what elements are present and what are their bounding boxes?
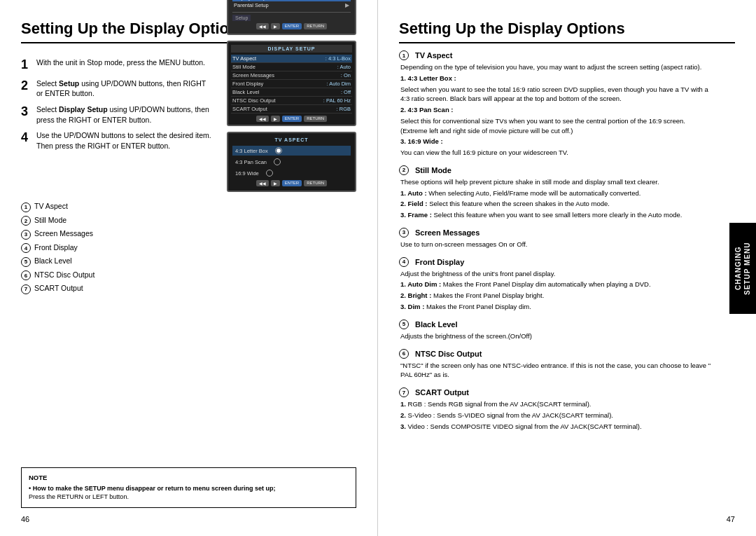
step-2-text: Select Setup using UP/DOWN buttons, then…	[36, 78, 213, 99]
screen2-controls: ◀◀ ▶ ENTER RETURN	[231, 116, 352, 122]
section-4-circle: 4	[399, 257, 409, 267]
item-6-label: NTSC Disc Output	[34, 270, 94, 279]
section-4-p3: 2. Bright : Makes the Front Panel Displa…	[400, 291, 714, 301]
screen1-controls: ◀◀ ▶ ENTER RETURN	[232, 23, 351, 29]
screen3-item-3-radio	[266, 170, 273, 177]
step-3-text: Select Display Setup using UP/DOWN butto…	[36, 104, 213, 125]
item-2-circle: 2	[21, 216, 31, 226]
step-1: 1 With the unit in Stop mode, press the …	[21, 57, 213, 73]
screen1-item-3-label: Display Setup	[234, 0, 266, 1]
screen2-row-2-val: : Auto	[337, 64, 351, 70]
right-title: Setting Up the Display Options	[399, 20, 735, 43]
section-4-label: Front Display	[415, 258, 464, 266]
section-1-p5: Select this for conventional size TVs wh…	[400, 116, 714, 136]
section-5-circle: 5	[399, 319, 409, 329]
step-3: 3 Select Display Setup using UP/DOWN but…	[21, 104, 213, 125]
item-4-label: Front Display	[34, 243, 78, 252]
section-still-mode: 2 Still Mode These options will help pre…	[399, 165, 714, 220]
screen2-title: DISPLAY SETUP	[231, 45, 352, 53]
item-5-label: Black Level	[34, 256, 72, 265]
item-5-circle: 5	[21, 257, 31, 267]
section-7-p3: 3. Video : Sends COMPOSITE VIDEO signal …	[400, 422, 714, 432]
screen-3: TV ASPECT 4:3 Letter Box 4:3 Pan Scan 16…	[227, 132, 356, 192]
section-1-p6: 3. 16:9 Wide :	[400, 137, 714, 146]
section-black-level: 5 Black Level Adjusts the brightness of …	[399, 319, 714, 341]
ctrl2-return: RETURN	[304, 116, 327, 122]
section-7-circle: 7	[399, 387, 409, 397]
item-5: 5 Black Level	[21, 256, 356, 267]
ctrl2-prev: ◀◀	[256, 116, 269, 122]
screen3-item-2: 4:3 Pan Scan	[232, 157, 351, 167]
section-6-circle: 6	[399, 349, 409, 359]
section-4-p4: 3. Dim : Makes the Front Panel Display d…	[400, 302, 714, 312]
item-1-label: TV Aspect	[34, 202, 68, 210]
screen2-row-7: SCART Output : RGB	[231, 105, 352, 114]
screen1-item-4: Parental Setup▶	[232, 1, 351, 9]
screen2-row-2-label: Still Mode	[232, 64, 255, 70]
page-num-right: 47	[727, 515, 735, 523]
screen2-row-4-label: Front Display	[232, 81, 263, 87]
section-ntsc: 6 NTSC Disc Output "NTSC" if the screen …	[399, 349, 714, 380]
section-3-p1: Use to turn on-screen messages On or Off…	[400, 240, 714, 249]
screen2-row-7-label: SCART Output	[232, 106, 267, 112]
screen1-setup-label-row: Setup	[232, 12, 351, 21]
page-left: Setting Up the Display Options 1 With th…	[0, 0, 378, 536]
screen2-row-6-val: : PAL 60 Hz	[323, 97, 351, 104]
screen3-item-2-label: 4:3 Pan Scan	[235, 159, 267, 165]
page-right: Setting Up the Display Options 1 TV Aspe…	[378, 0, 756, 536]
screen1-item-4-arrow: ▶	[345, 2, 349, 8]
section-3-circle: 3	[399, 228, 409, 238]
section-6-label: NTSC Disc Output	[415, 350, 482, 358]
section-1-p4: 2. 4:3 Pan Scan :	[400, 105, 714, 115]
ctrl2-play: ▶	[271, 116, 280, 122]
ctrl-enter: ENTER	[282, 23, 302, 29]
section-front-display: 4 Front Display Adjust the brightness of…	[399, 257, 714, 312]
item-3-circle: 3	[21, 230, 31, 240]
screenshots-container: DVD Language Setup▶ Audio Setup▶ Display…	[227, 0, 356, 192]
screen2-row-6-label: NTSC Disc Output	[232, 97, 276, 104]
screen2-row-3-label: Screen Messages	[232, 72, 274, 78]
screen-1: DVD Language Setup▶ Audio Setup▶ Display…	[227, 0, 356, 35]
screen2-row-5-label: Black Level	[232, 89, 259, 95]
item-1: 1 TV Aspect	[21, 202, 356, 212]
screen2-row-3: Screen Messages : On	[231, 71, 352, 80]
section-5-label: Black Level	[415, 320, 458, 329]
item-3-label: Screen Messages	[34, 229, 93, 238]
steps-container: 1 With the unit in Stop mode, press the …	[21, 57, 213, 192]
screen2-row-3-val: : On	[341, 72, 351, 78]
section-2-p3: 2. Field : Select this feature when the …	[400, 199, 714, 209]
screen3-item-3: 16:9 Wide	[232, 168, 351, 178]
item-6-circle: 6	[21, 270, 31, 280]
note-subtext: Press the RETURN or LEFT button.	[29, 493, 129, 500]
item-7-circle: 7	[21, 284, 31, 294]
screen3-item-1: 4:3 Letter Box	[232, 146, 351, 156]
section-3-label: Screen Messages	[415, 228, 479, 237]
note-text: • How to make the SETUP menu disappear o…	[29, 484, 349, 502]
section-3-body: Use to turn on-screen messages On or Off…	[400, 240, 714, 249]
section-4-p2: 1. Auto Dim : Makes the Front Panel Disp…	[400, 280, 714, 289]
ctrl3-enter: ENTER	[282, 180, 302, 186]
section-4-body: Adjust the brightness of the unit's fron…	[400, 269, 714, 312]
sidebar-label-text: CHANGINGSETUP MENU	[734, 242, 752, 294]
section-1-label: TV Aspect	[415, 51, 452, 60]
section-2-p4: 3. Frame : Select this feature when you …	[400, 210, 714, 220]
step-1-num: 1	[21, 57, 32, 73]
ctrl3-prev: ◀◀	[256, 180, 269, 186]
note-box: NOTE • How to make the SETUP menu disapp…	[21, 467, 356, 508]
screen1-setup-label: Setup	[232, 15, 251, 21]
section-tv-aspect: 1 TV Aspect Depending on the type of tel…	[399, 50, 714, 158]
item-1-circle: 1	[21, 202, 31, 212]
section-1-circle: 1	[399, 50, 409, 60]
section-1-p2: 1. 4:3 Letter Box :	[400, 74, 714, 83]
item-6: 6 NTSC Disc Output	[21, 270, 356, 281]
sidebar-label: CHANGINGSETUP MENU	[729, 223, 756, 314]
item-4: 4 Front Display	[21, 243, 356, 254]
screen1-item-3-arrow: ▶	[345, 0, 349, 1]
section-2-title: 2 Still Mode	[399, 165, 714, 175]
section-4-title: 4 Front Display	[399, 257, 714, 267]
section-4-p1: Adjust the brightness of the unit's fron…	[400, 269, 714, 279]
section-5-body: Adjusts the brightness of the screen.(On…	[400, 331, 714, 341]
section-2-p2: 1. Auto : When selecting Auto, Field/Fra…	[400, 188, 714, 198]
screen2-row-6: NTSC Disc Output : PAL 60 Hz	[231, 97, 352, 105]
step-2-num: 2	[21, 78, 32, 99]
